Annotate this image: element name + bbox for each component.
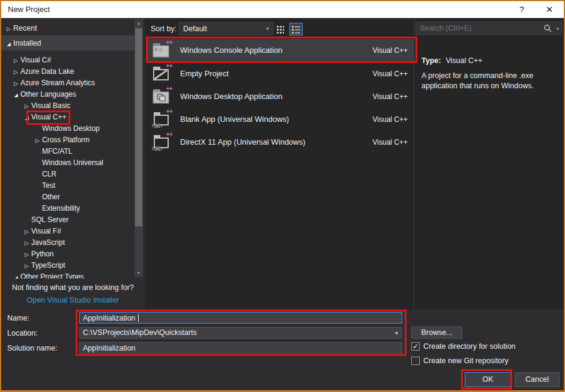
tree-item-azure-data-lake[interactable]: Azure Data Lake	[1, 65, 134, 77]
window-border-left	[0, 0, 1, 392]
tree-item-visual-fsharp[interactable]: Visual F#	[1, 225, 134, 237]
location-label: Location:	[7, 329, 38, 337]
type-label: Type:	[421, 56, 441, 65]
scroll-up-icon[interactable]: ▲	[134, 19, 143, 28]
chevron-collapsed-icon	[22, 227, 31, 235]
chevron-collapsed-icon	[22, 261, 31, 270]
checkbox-unchecked-icon[interactable]	[411, 357, 420, 365]
tree-scrollbar[interactable]: ▲ ▼	[134, 19, 143, 277]
template-type-line: Type:Visual C++	[421, 56, 482, 65]
tree-item-windows-desktop[interactable]: Windows Desktop	[1, 122, 134, 134]
template-item-windows-console-application[interactable]: C:\ Windows Console Application Visual C…	[147, 39, 414, 62]
tree-item-cross-platform[interactable]: Cross Platform	[1, 134, 134, 145]
grid-view-button[interactable]	[274, 23, 288, 35]
svg-text:C:\: C:\	[155, 47, 163, 52]
tree-item-python[interactable]: Python	[1, 248, 134, 259]
tree-item-windows-universal[interactable]: Windows Universal	[1, 157, 134, 168]
console-app-icon: C:\	[151, 41, 172, 59]
tree-viewport: Recent Installed Visual C# Azure Data La…	[1, 18, 145, 279]
desktop-app-icon	[151, 88, 172, 106]
tree-item-other-project-types[interactable]: Other Project Types	[1, 271, 134, 279]
chevron-expanded-icon	[4, 39, 13, 47]
template-description: A project for a command-line .exe applic…	[421, 71, 546, 91]
help-button[interactable]: ?	[513, 3, 531, 16]
tree-item-azure-stream-analytics[interactable]: Azure Stream Analytics	[1, 77, 134, 88]
tree-item-clr[interactable]: CLR	[1, 168, 134, 179]
chevron-collapsed-icon	[33, 136, 42, 144]
tree-item-typescript[interactable]: TypeScript	[1, 259, 134, 271]
chevron-down-icon[interactable]: ▾	[556, 23, 559, 35]
uwp-app-icon	[151, 110, 172, 128]
type-value: Visual C++	[446, 56, 482, 65]
tree-item-visual-cpp[interactable]: Visual C++	[1, 111, 134, 122]
tree-item-other[interactable]: Other	[1, 191, 134, 202]
search-input[interactable]	[416, 22, 542, 34]
ok-button[interactable]: OK	[465, 372, 511, 387]
tree-item-visual-basic[interactable]: Visual Basic	[1, 100, 134, 111]
empty-project-icon	[151, 65, 172, 83]
tree-item-mfc-atl[interactable]: MFC/ATL	[1, 145, 134, 157]
template-item-directx11-app-uwp[interactable]: DirectX 11 App (Universal Windows) Visua…	[147, 131, 414, 154]
location-field[interactable]: C:\VSProjects\MipDev\Quickstarts▾	[79, 327, 402, 339]
cancel-button[interactable]: Cancel	[515, 372, 560, 387]
chevron-expanded-icon	[11, 273, 20, 279]
chevron-down-icon: ▾	[266, 23, 269, 35]
chevron-down-icon[interactable]: ▾	[395, 328, 398, 338]
checkbox-checked-icon[interactable]: ✓	[411, 342, 420, 351]
tree-item-other-languages[interactable]: Other Languages	[1, 88, 134, 100]
template-category-tree: Recent Installed Visual C# Azure Data La…	[1, 18, 145, 309]
create-directory-option[interactable]: ✓ Create directory for solution	[411, 342, 516, 351]
chevron-collapsed-icon	[22, 238, 31, 247]
chevron-collapsed-icon	[22, 101, 31, 110]
search-icon[interactable]	[543, 24, 552, 35]
window-border-top	[0, 0, 565, 1]
list-view-button[interactable]	[289, 23, 303, 35]
list-view-icon	[291, 25, 301, 34]
name-field[interactable]	[79, 312, 402, 324]
solution-name-field[interactable]	[79, 342, 402, 354]
tree-item-sql-server[interactable]: SQL Server	[1, 214, 134, 225]
project-form: Name: Location: C:\VSProjects\MipDev\Qui…	[1, 309, 564, 389]
text-caret	[138, 314, 139, 322]
sort-by-dropdown[interactable]: Default▾	[179, 22, 273, 35]
name-label: Name:	[7, 314, 29, 322]
tree-item-javascript[interactable]: JavaScript	[1, 237, 134, 248]
template-item-windows-desktop-application[interactable]: Windows Desktop Application Visual C++	[147, 85, 414, 108]
tree-item-installed[interactable]: Installed	[1, 35, 134, 50]
new-project-dialog: New Project ? ✕ Recent Installed Visual …	[0, 0, 565, 392]
template-item-empty-project[interactable]: Empty Project Visual C++	[147, 62, 414, 85]
template-item-blank-app-uwp[interactable]: Blank App (Universal Windows) Visual C++	[147, 108, 414, 131]
open-vs-installer-link[interactable]: Open Visual Studio Installer	[1, 296, 145, 304]
titlebar: New Project ? ✕	[1, 1, 564, 18]
sort-by-label: Sort by:	[151, 25, 177, 33]
chevron-collapsed-icon	[11, 67, 20, 76]
close-icon[interactable]: ✕	[540, 3, 558, 16]
chevron-collapsed-icon	[4, 24, 13, 32]
uwp-app-icon	[151, 133, 172, 151]
search-box: ▾	[415, 22, 562, 35]
scrollbar-thumb[interactable]	[135, 28, 142, 226]
scroll-down-icon[interactable]: ▼	[134, 269, 143, 277]
template-info-panel: ▾ Type:Visual C++ A project for a comman…	[414, 18, 564, 309]
solution-name-label: Solution name:	[7, 344, 57, 352]
not-finding-text: Not finding what you are looking for?	[1, 283, 145, 292]
tree-item-recent[interactable]: Recent	[1, 20, 134, 35]
chevron-collapsed-icon	[11, 56, 20, 64]
chevron-collapsed-icon	[11, 79, 20, 87]
tree-item-test[interactable]: Test	[1, 179, 134, 191]
create-git-option[interactable]: Create new Git repository	[411, 357, 509, 365]
tree-item-extensibility[interactable]: Extensibility	[1, 202, 134, 214]
template-list-panel: Sort by: Default▾ C:\ Windows Console Ap…	[145, 18, 414, 309]
grid-view-icon	[276, 25, 286, 34]
chevron-collapsed-icon	[22, 250, 31, 258]
chevron-expanded-icon	[22, 113, 31, 121]
browse-button[interactable]: Browse...	[411, 327, 462, 339]
dialog-title: New Project	[8, 5, 50, 14]
tree-item-visual-csharp[interactable]: Visual C#	[1, 54, 134, 65]
chevron-expanded-icon	[11, 90, 20, 98]
